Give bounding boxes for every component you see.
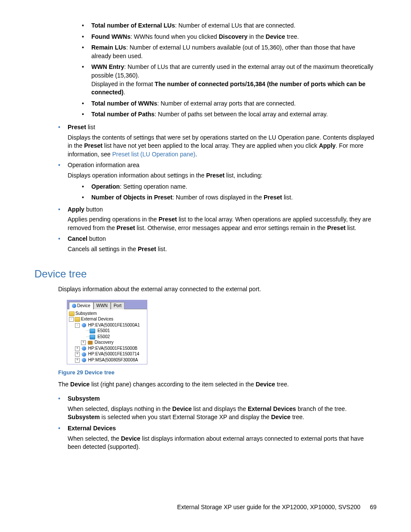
page-number: 69 (370, 504, 377, 510)
disk-icon (90, 335, 95, 339)
outer-bullet-list: Preset list Displays the contents of set… (34, 123, 377, 180)
tree-label: HP:EVA(50001FE15000A1 (88, 323, 140, 327)
tree-node-device[interactable]: -· HP:EVA(50001FE15000A1 (69, 322, 146, 328)
tree-node-lu[interactable]: ··· E5001 (69, 328, 146, 334)
item-desc-part: in the (248, 33, 266, 40)
item-description: When selected, the Device list displays … (68, 435, 377, 451)
expand-icon[interactable]: + (75, 358, 80, 363)
bold-term: Preset (117, 224, 135, 231)
bold-term: Device (121, 435, 140, 442)
opinfo-item: Operation information area Displays oper… (58, 161, 377, 180)
bold-term: Preset (327, 224, 346, 231)
tree-connector: ··· (86, 334, 90, 339)
item-title-bold: Cancel (68, 235, 87, 242)
external-devices-item: External Devices When selected, the Devi… (58, 424, 377, 451)
item-title-rest: button (87, 235, 106, 242)
text: tree. (290, 414, 304, 420)
list-item: Total number of WWNs: Number of external… (82, 100, 377, 108)
text: : Number of rows displayed in the (172, 194, 264, 201)
collapse-icon[interactable]: - (75, 323, 80, 328)
footer-text: External Storage XP user guide for the X… (177, 504, 360, 510)
item-description: Displays the contents of settings that w… (68, 134, 377, 159)
bold-term: Apply (319, 142, 336, 149)
item-desc: : Setting operation name. (120, 183, 187, 190)
item-title-rest: button (84, 206, 103, 213)
top-bullet-list: Total number of External LUs: Number of … (34, 22, 377, 119)
figure-29: Device WWN Port Subsystem -External Devi… (67, 300, 377, 365)
expand-icon[interactable]: + (75, 352, 80, 357)
extra-suffix: . (124, 89, 125, 96)
extra-prefix: Displayed in the format (91, 81, 155, 87)
tree-label: HP:EVA(50001FE15000B (88, 346, 137, 351)
item-desc: : Number of external array ports that ar… (157, 100, 296, 107)
tree-node-device[interactable]: +· HP:MSA(500805F30008A (69, 357, 146, 363)
item-desc: : Number of external LUs that are connec… (175, 22, 295, 29)
list-item: Number of Objects in Preset: Number of r… (82, 193, 377, 202)
bold-term: Device (70, 381, 90, 388)
item-label: Total number of External LUs (91, 22, 175, 29)
device-tree-screenshot: Device WWN Port Subsystem -External Devi… (67, 300, 147, 365)
text: list. (282, 194, 293, 201)
bold-term: Subsystem (68, 414, 100, 420)
item-title: Subsystem (68, 395, 100, 402)
tree-label: HP:MSA(500805F30008A (88, 358, 138, 362)
item-title-bold: Apply (68, 206, 84, 213)
device-tree-heading: Device tree (34, 267, 377, 281)
item-label: Total number of Paths (91, 111, 155, 118)
tree-node-subsystem[interactable]: Subsystem (69, 311, 146, 317)
tree-node-external-devices[interactable]: -External Devices (69, 316, 146, 322)
item-label: Remain LUs (91, 44, 126, 51)
text: Applies pending operations in the (68, 216, 159, 223)
tab-label: Port (114, 303, 121, 308)
tab-device[interactable]: Device (69, 302, 93, 309)
item-title-rest: list (86, 124, 95, 131)
tree-node-device[interactable]: +· HP:EVA(50001FE15000B (69, 345, 146, 352)
list-item: Total number of External LUs: Number of … (82, 22, 377, 30)
tree-body: Subsystem -External Devices -· HP:EVA(50… (67, 309, 147, 364)
tab-label: Device (77, 303, 90, 308)
page-content: Total number of External LUs: Number of … (34, 22, 377, 511)
item-description: When selected, displays nothing in the D… (68, 405, 377, 422)
text: Cancels all settings in the (68, 246, 138, 252)
preset-list-item: Preset list Displays the contents of set… (58, 123, 377, 159)
bold-term: Preset (159, 216, 177, 223)
tab-port[interactable]: Port (111, 302, 125, 309)
outer-bullet-list-2: Apply button Applies pending operations … (34, 205, 377, 254)
after-figure-text: The Device list (right pane) changes acc… (58, 380, 377, 389)
tree-node-lu[interactable]: ··· E5002 (69, 334, 146, 340)
text: The (58, 381, 70, 388)
text: list. (156, 246, 167, 252)
text: list and displays the (192, 405, 248, 412)
item-desc-part: tree. (285, 33, 299, 40)
collapse-icon[interactable]: - (69, 317, 74, 322)
item-description: Cancels all settings in the Preset list. (68, 245, 377, 254)
tree-node-device[interactable]: +· HP:EVA(50001FE1500714 (69, 351, 146, 357)
text: is selected when you start External Stor… (100, 414, 271, 420)
subsystem-item: Subsystem When selected, displays nothin… (58, 395, 377, 422)
expand-icon[interactable]: + (75, 346, 80, 351)
expand-icon[interactable]: + (81, 340, 86, 345)
text: . (195, 151, 197, 158)
intro-text: Displays information about the external … (58, 285, 377, 294)
item-desc: : Number of LUs that are currently used … (91, 63, 373, 79)
tree-node-discovery[interactable]: +· Discovery (69, 339, 146, 345)
tab-wwn[interactable]: WWN (93, 302, 111, 309)
preset-list-link[interactable]: Preset list (LU Operation pane) (112, 151, 196, 158)
bold-term: Device (266, 33, 285, 40)
item-desc-part: : WWNs found when you clicked (131, 33, 219, 40)
text: tree. (275, 381, 289, 388)
list-item: WWN Entry: Number of LUs that are curren… (82, 63, 377, 96)
tree-label: E5001 (97, 328, 110, 333)
item-label: Number of Objects in Preset (91, 194, 172, 201)
item-desc: : Number of paths set between the local … (155, 111, 328, 118)
item-title: External Devices (68, 425, 116, 432)
bold-term: Device (172, 405, 192, 412)
globe-icon (82, 346, 86, 351)
text: When selected, the (68, 435, 121, 442)
item-title-bold: Preset (68, 124, 86, 131)
globe-icon (72, 304, 76, 308)
text: list. Otherwise, error messages appear a… (135, 224, 327, 231)
bold-term: Preset (84, 142, 103, 149)
device-tree-item-list: Subsystem When selected, displays nothin… (34, 395, 377, 451)
item-extra: Displayed in the format The number of co… (91, 80, 377, 97)
